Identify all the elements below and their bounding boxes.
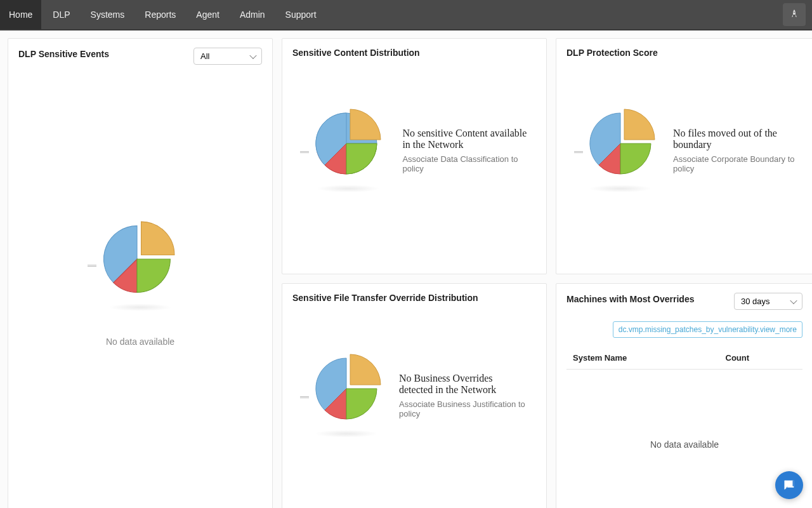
nav-admin[interactable]: Admin — [231, 0, 274, 29]
pie-chart-icon — [586, 109, 655, 192]
pie-chart-icon — [311, 109, 384, 192]
empty-subline: Associate Corporate Boundary to policy — [673, 154, 802, 173]
nav-home[interactable]: Home — [0, 0, 41, 29]
pie-chart-icon — [311, 354, 381, 438]
card-title: Sensitive Content Distribution — [292, 48, 536, 58]
rocket-icon — [789, 9, 799, 20]
card-sensitive-content: Sensitive Content Distribution — [282, 38, 547, 274]
dashboard-grid: Sensitive Content Distribution — [0, 30, 812, 508]
empty-subline: Associate Business Justification to poli… — [399, 399, 536, 418]
nav-systems[interactable]: Systems — [82, 0, 134, 29]
empty-headline: No Business Overrides detected in the Ne… — [399, 373, 526, 396]
card-file-transfer-override: Sensitive File Transfer Override Distrib… — [282, 283, 547, 508]
launch-icon[interactable] — [783, 3, 806, 26]
card-title: DLP Sensitive Events — [18, 49, 109, 59]
empty-subline: Associate Data Classification to policy — [402, 154, 536, 173]
top-nav: Home DLP Systems Reports Agent Admin Sup… — [0, 0, 812, 30]
events-filter-dropdown[interactable]: All — [193, 48, 262, 65]
nav-dlp[interactable]: DLP — [44, 0, 79, 29]
view-more-link[interactable]: dc.vmp.missing_patches_by_vulnerability.… — [613, 321, 802, 338]
card-title: DLP Protection Score — [566, 48, 802, 58]
overrides-table: System Name Count — [566, 347, 802, 370]
nav-reports[interactable]: Reports — [136, 0, 185, 29]
chat-fab[interactable] — [775, 471, 803, 499]
card-protection-score: DLP Protection Score No file — [556, 38, 812, 274]
col-count: Count — [719, 347, 802, 370]
card-sensitive-events: DLP Sensitive Events All — [8, 38, 273, 508]
no-data-text: No data available — [566, 370, 802, 450]
no-data-text: No data available — [106, 337, 174, 347]
empty-headline: No files moved out of the boundary — [673, 128, 800, 150]
card-title: Machines with Most Overrides — [566, 294, 695, 304]
nav-agent[interactable]: Agent — [187, 0, 228, 29]
overrides-range-dropdown[interactable]: 30 days — [734, 293, 802, 310]
col-system-name: System Name — [566, 347, 719, 370]
svg-point-0 — [794, 11, 795, 13]
pie-chart-icon — [99, 221, 181, 311]
card-title: Sensitive File Transfer Override Distrib… — [292, 293, 536, 303]
card-machines-overrides: Machines with Most Overrides 30 days dc.… — [556, 283, 812, 508]
nav-support[interactable]: Support — [277, 0, 325, 29]
empty-headline: No sensitive Content available in the Ne… — [402, 128, 529, 150]
chat-icon — [782, 478, 796, 492]
